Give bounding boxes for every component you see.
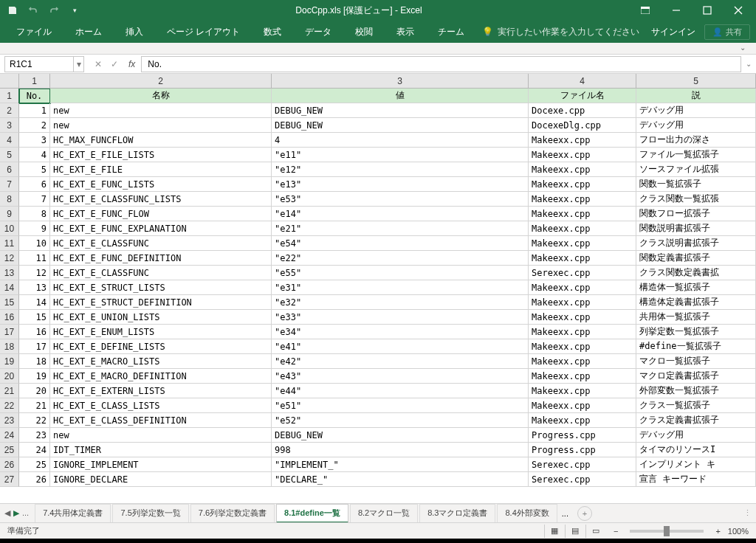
cell[interactable]: クラス説明書拡張子	[636, 236, 756, 251]
cell[interactable]: 25	[19, 457, 50, 472]
cell[interactable]: HC_EXT_E_DEFINE_LISTS	[50, 339, 272, 354]
tab-review[interactable]: 校閲	[345, 21, 383, 43]
cell[interactable]: "e34"	[272, 325, 529, 339]
col-header[interactable]: 5	[636, 74, 756, 88]
row-header[interactable]: 2	[0, 103, 19, 118]
cell[interactable]: Serexec.cpp	[529, 266, 636, 280]
cell[interactable]: デバッグ用	[636, 118, 756, 133]
tab-pagelayout[interactable]: ページ レイアウト	[157, 21, 250, 43]
cell[interactable]: 15	[19, 310, 50, 325]
cell[interactable]: 8	[19, 207, 50, 221]
tab-view[interactable]: 表示	[386, 21, 425, 43]
cell[interactable]: 19	[19, 369, 50, 384]
cell[interactable]: 17	[19, 339, 50, 354]
cell[interactable]: マクロ一覧拡張子	[636, 354, 756, 369]
col-header[interactable]: 1	[19, 74, 50, 88]
cell[interactable]: HC_EXT_E_FUNC_DEFINITION	[50, 251, 272, 266]
row-header[interactable]: 24	[0, 428, 19, 443]
select-all-corner[interactable]	[0, 74, 19, 88]
tab-scroll-right-icon[interactable]: ▶	[13, 508, 19, 518]
ribbon-expand-icon[interactable]: ⌄	[740, 44, 746, 52]
cell[interactable]: Makeexx.cpp	[529, 207, 636, 221]
cell[interactable]: 12	[19, 266, 50, 280]
cell[interactable]: Makeexx.cpp	[529, 354, 636, 369]
cell[interactable]: 説	[636, 89, 756, 103]
cell[interactable]: "e12"	[272, 162, 529, 177]
sheet-tab[interactable]: 8.4外部変数	[497, 504, 557, 523]
row-header[interactable]: 3	[0, 118, 19, 133]
cell[interactable]: #define一覧拡張子	[636, 339, 756, 354]
cell[interactable]: 26	[19, 472, 50, 487]
cell[interactable]: Serexec.cpp	[529, 457, 636, 472]
zoom-in-button[interactable]: +	[715, 527, 720, 536]
name-box[interactable]: R1C1	[4, 56, 74, 72]
cell[interactable]: ファイル名	[529, 89, 636, 103]
cell[interactable]: 4	[272, 133, 529, 148]
cell[interactable]: 名称	[50, 89, 272, 103]
row-header[interactable]: 13	[0, 266, 19, 280]
row-header[interactable]: 26	[0, 457, 19, 472]
cell[interactable]: Makeexx.cpp	[529, 369, 636, 384]
cell[interactable]: クラス定義書拡張子	[636, 413, 756, 428]
cell[interactable]: 23	[19, 428, 50, 443]
cell[interactable]: Progress.cpp	[529, 428, 636, 443]
cell[interactable]: HC_EXT_E_FILE	[50, 162, 272, 177]
cell[interactable]: new	[50, 428, 272, 443]
row-header[interactable]: 4	[0, 133, 19, 148]
cell[interactable]: Makeexx.cpp	[529, 192, 636, 207]
signin-link[interactable]: サインイン	[651, 26, 695, 38]
cell[interactable]: "e11"	[272, 148, 529, 162]
sheet-tab[interactable]: 7.4共用体定義書	[35, 504, 111, 523]
row-header[interactable]: 6	[0, 162, 19, 177]
cell[interactable]: クラス一覧拡張子	[636, 398, 756, 413]
cell[interactable]: デバッグ用	[636, 103, 756, 118]
cell[interactable]: 関数定義書拡張子	[636, 251, 756, 266]
cell[interactable]: 998	[272, 443, 529, 457]
cell[interactable]: Makeexx.cpp	[529, 177, 636, 192]
cell[interactable]: HC_EXT_E_CLASSFUNC_LISTS	[50, 192, 272, 207]
cell[interactable]: Makeexx.cpp	[529, 295, 636, 310]
zoom-level[interactable]: 100%	[728, 527, 749, 536]
cell[interactable]: 21	[19, 398, 50, 413]
cell[interactable]: Docexe.cpp	[529, 103, 636, 118]
zoom-out-button[interactable]: −	[614, 527, 618, 536]
formula-expand-icon[interactable]: ⌄	[746, 60, 752, 68]
cell[interactable]: "e33"	[272, 310, 529, 325]
cell[interactable]: HC_EXT_E_FUNC_LISTS	[50, 177, 272, 192]
cell[interactable]: 13	[19, 280, 50, 295]
tab-more-left[interactable]: ...	[22, 508, 29, 518]
cell[interactable]: 共用体一覧拡張子	[636, 310, 756, 325]
cell[interactable]: IDT_TIMER	[50, 443, 272, 457]
sheet-tab[interactable]: 8.1#define一覧	[276, 504, 348, 523]
cell[interactable]: 16	[19, 325, 50, 339]
cell[interactable]: "e51"	[272, 398, 529, 413]
cell[interactable]: "e43"	[272, 369, 529, 384]
cell[interactable]: "e31"	[272, 280, 529, 295]
share-button[interactable]: 👤 共有	[704, 24, 750, 40]
cell[interactable]: "e41"	[272, 339, 529, 354]
cell[interactable]: 関数一覧拡張子	[636, 177, 756, 192]
cell[interactable]: 10	[19, 236, 50, 251]
cell[interactable]: 20	[19, 384, 50, 398]
cell[interactable]: HC_EXT_E_CLASS_LISTS	[50, 398, 272, 413]
cell[interactable]: デバッグ用	[636, 428, 756, 443]
cell[interactable]: HC_EXT_E_STRUCT_LISTS	[50, 280, 272, 295]
cell[interactable]: 4	[19, 148, 50, 162]
cell[interactable]: Makeexx.cpp	[529, 413, 636, 428]
cell[interactable]: Makeexx.cpp	[529, 236, 636, 251]
name-box-dropdown-icon[interactable]: ▾	[74, 56, 84, 72]
cell[interactable]: Makeexx.cpp	[529, 251, 636, 266]
tab-insert[interactable]: 挿入	[115, 21, 154, 43]
cell[interactable]: インプリメント キ	[636, 457, 756, 472]
cell[interactable]: HC_EXT_E_UNION_LISTS	[50, 310, 272, 325]
row-header[interactable]: 20	[0, 369, 19, 384]
cell[interactable]: 構造体一覧拡張子	[636, 280, 756, 295]
cell[interactable]: "e52"	[272, 413, 529, 428]
row-header[interactable]: 1	[0, 89, 19, 103]
sheet-tab[interactable]: 7.5列挙定数一覧	[112, 504, 188, 523]
row-header[interactable]: 25	[0, 443, 19, 457]
tab-team[interactable]: チーム	[427, 21, 475, 43]
row-header[interactable]: 27	[0, 472, 19, 487]
undo-icon[interactable]	[27, 4, 40, 17]
cell[interactable]: HC_EXT_E_MACRO_LISTS	[50, 354, 272, 369]
